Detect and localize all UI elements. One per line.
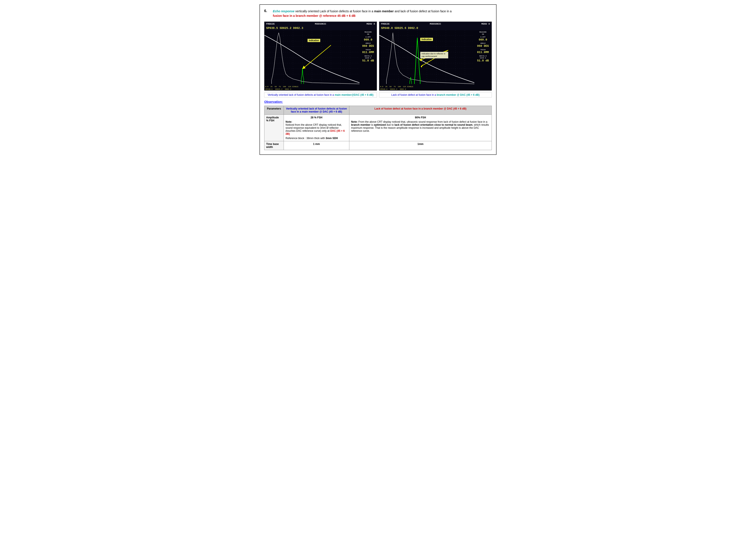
right-indication-note: Indication due to reflector in cap reinf… [420, 52, 448, 58]
right-crt-main: Indication Indication due to reflector i… [379, 30, 492, 85]
right-indication-label: Indication [420, 38, 433, 41]
right-sidebar-angle: ANGLE 060 DEG [475, 42, 491, 48]
right-sp-bottom: SP040.0 [380, 88, 388, 90]
left-sidebar-angle: ANGLE 060 DEG [360, 42, 376, 48]
title-row: 6. Echo response vertically oriented Lac… [264, 9, 492, 18]
right-crt-bottom: 0.0 25 50 75 100 125 SINGLE [379, 85, 492, 88]
amplitude-left: 28 % FSH Note: Noticed from the above CR… [284, 115, 349, 141]
observation-table: Parameters Vertically oriented lack of f… [264, 106, 492, 150]
left-sd-bottom: SD025.2 [275, 88, 283, 90]
timebase-right: 1mm [349, 141, 492, 150]
right-modsonic: MODSONIC [430, 23, 441, 25]
left-sidebar: MEASURE ON X-OFF 009.0 ANGLE 060 DEG T [360, 30, 377, 85]
right-crt-screen: FREEZE MODSONIC MENU 8 SP040.0 SD025.6 D… [379, 22, 492, 90]
left-caption-dac: @DAC (45 + 6 dB) [351, 93, 373, 97]
right-d-bottom: D002.0 [400, 88, 406, 90]
main-member-title: main member [374, 10, 394, 13]
right-sd-val: SD025.6 [394, 27, 406, 30]
left-crt-main: Indication MEASURE ON X-OFF 009.0 [264, 30, 377, 85]
left-modsonic: MODSONIC [315, 23, 326, 25]
left-grid [264, 30, 360, 85]
right-image-container: FREEZE MODSONIC MENU 8 SP040.0 SD025.6 D… [379, 21, 492, 91]
right-caption-bold: branch member [437, 93, 456, 97]
right-caption: Lack of fusion defect at fusion face in … [379, 92, 492, 98]
observation-title: Observation: [264, 100, 492, 103]
table-header-row: Parameters Vertically oriented lack of f… [264, 106, 492, 115]
table-row-amplitude: Amplitude% FSH 28 % FSH Note: Noticed fr… [264, 115, 492, 141]
right-sp-val: SP040.0 [381, 27, 393, 30]
col-left-header: Vertically oriented lack of fusion defec… [284, 106, 349, 115]
left-sp-bottom: SP039.5 [265, 88, 273, 90]
left-crt-bottom: 0.0 25 50 75 100 125 SINGLE [264, 85, 377, 88]
col-right-header: Lack of fusion defect at fusion face in … [349, 106, 492, 115]
left-indication-label: Indication [308, 39, 320, 42]
title-rest1: vertically oriented Lack of fusion defec… [294, 10, 374, 13]
left-graph-area: Indication [264, 30, 360, 85]
left-crt-header: FREEZE MODSONIC MENU 8 [264, 22, 377, 26]
title-text: Echo response vertically oriented Lack o… [273, 9, 452, 18]
left-sidebar-thich: THICH 011.0MM [360, 49, 376, 54]
right-sidebar-measure: MEASURE ON [475, 31, 491, 35]
right-crt-header: FREEZE MODSONIC MENU 8 [379, 22, 492, 26]
section-number: 6. [264, 9, 271, 13]
left-sp-val: SP039.5 [266, 27, 278, 30]
and-text: and [394, 10, 399, 13]
left-d-val: D002.3 [293, 27, 303, 30]
timebase-left: 1 mm [284, 141, 349, 150]
table-row-timebase: Time basewidth 1 mm 1mm [264, 141, 492, 150]
left-crt-values: SP039.5 SD025.2 D002.3 [264, 26, 377, 30]
left-d-bottom: D002.3 [285, 88, 291, 90]
right-menu: MENU 8 [481, 23, 490, 25]
left-sidebar-measure: MEASURE ON [360, 31, 376, 35]
left-sd-val: SD025.2 [280, 27, 292, 30]
param-timebase: Time basewidth [264, 141, 284, 150]
branch-member-title: fusion face in a branch member @ referen… [273, 14, 356, 17]
right-sidebar: MEASURE ON X-OFF 009.0 ANGLE 060 DEG T [474, 30, 492, 85]
lack-text: lack of fusion defect at fusion face in … [399, 10, 451, 13]
param-amplitude: Amplitude% FSH [264, 115, 284, 141]
right-freeze: FREEZE [381, 23, 390, 25]
right-graph-area: Indication Indication due to reflector i… [379, 30, 474, 85]
left-crt-screen: FREEZE MODSONIC MENU 8 SP039.5 SD025.2 D… [264, 22, 377, 90]
right-d-val: D002.0 [408, 27, 418, 30]
right-sd-bottom: SD025.6 [390, 88, 397, 90]
echo-response-label: Echo response [273, 10, 294, 13]
right-crt-bottom2: SP040.0 SD025.6 D002.0 [379, 88, 492, 90]
left-freeze: FREEZE [266, 23, 275, 25]
right-sidebar-thich: THICH 011.0MM [475, 49, 491, 54]
images-row: FREEZE MODSONIC MENU 8 SP039.5 SD025.2 D… [264, 21, 492, 91]
captions-row: Vertically oriented lack of fusion defec… [264, 92, 492, 98]
left-sidebar-xoff: X-OFF 009.0 [360, 36, 376, 42]
left-axis: 0.0 25 50 75 100 125 SINGLE [265, 86, 298, 88]
right-axis: 0.0 25 50 75 100 125 SINGLE [380, 86, 413, 88]
main-container: 6. Echo response vertically oriented Lac… [259, 4, 497, 155]
right-crt-values: SP040.0 SD025.6 D002.0 [379, 26, 492, 30]
left-crt-bottom2: SP039.5 SD025.2 D002.3 [264, 88, 377, 90]
left-caption: Vertically oriented lack of fusion defec… [264, 92, 377, 98]
left-sidebar-ref: REF45.0 GAIN 6 51.0 dB [360, 55, 376, 63]
right-caption-dac: @ DAC (45 + 6 dB) [456, 93, 480, 97]
right-sidebar-xoff: X-OFF 009.0 [475, 36, 491, 42]
left-image-container: FREEZE MODSONIC MENU 8 SP039.5 SD025.2 D… [264, 21, 377, 91]
left-caption-bold: main member [335, 93, 351, 97]
left-menu: MENU 8 [366, 23, 375, 25]
col-parameters: Parameters [264, 106, 284, 115]
right-sidebar-ref: REF45.0 GAIN 6 51.0 dB [475, 55, 491, 63]
amplitude-right: 90% FSH Note: From the above CRT display… [349, 115, 492, 141]
